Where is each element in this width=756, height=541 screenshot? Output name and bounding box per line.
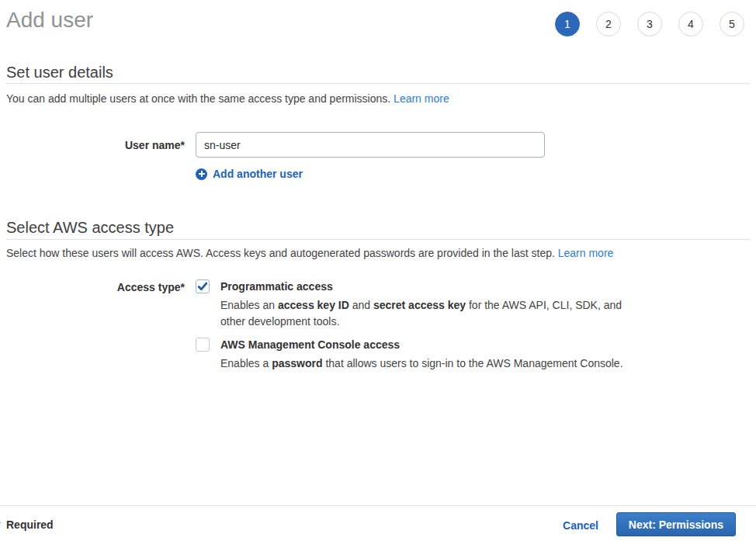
desc-bold: password xyxy=(272,357,322,369)
desc-text: and xyxy=(349,299,373,311)
desc-text: Enables an xyxy=(220,299,278,311)
user-details-intro: You can add multiple users at once with … xyxy=(6,92,449,105)
step-4: 4 xyxy=(678,12,703,36)
user-name-input[interactable] xyxy=(196,132,545,158)
desc-text: Enables a xyxy=(220,357,272,369)
section-divider xyxy=(6,83,750,84)
plus-circle-icon xyxy=(196,168,207,180)
add-another-user-button[interactable]: Add another user xyxy=(196,168,303,180)
step-5: 5 xyxy=(720,12,744,36)
footer-divider xyxy=(0,505,756,506)
checkbox-console-access[interactable] xyxy=(196,338,210,352)
next-permissions-button[interactable]: Next: Permissions xyxy=(616,512,736,536)
option-desc-console-access: Enables a password that allows users to … xyxy=(220,355,629,372)
checkmark-icon xyxy=(197,281,208,292)
section-heading-user-details: Set user details xyxy=(6,64,113,81)
required-label: Required xyxy=(6,518,54,531)
cancel-button[interactable]: Cancel xyxy=(563,519,598,532)
step-2: 2 xyxy=(596,12,621,36)
step-1: 1 xyxy=(555,12,580,36)
wizard-step-indicator: 1 2 3 4 5 xyxy=(555,12,744,36)
page-title: Add user xyxy=(6,8,93,33)
access-type-label: Access type* xyxy=(0,281,185,293)
desc-bold: access key ID xyxy=(278,299,349,311)
section-heading-access-type: Select AWS access type xyxy=(6,219,174,237)
desc-text: that allows users to sign-in to the AWS … xyxy=(323,357,623,369)
option-desc-programmatic-access: Enables an access key ID and secret acce… xyxy=(220,297,629,330)
user-details-intro-text: You can add multiple users at once with … xyxy=(6,92,390,105)
learn-more-link-access-type[interactable]: Learn more xyxy=(558,247,614,259)
desc-bold: secret access key xyxy=(373,299,466,311)
user-name-label: User name* xyxy=(0,139,185,151)
option-title-console-access[interactable]: AWS Management Console access xyxy=(220,338,400,351)
step-3: 3 xyxy=(637,12,662,36)
checkbox-programmatic-access[interactable] xyxy=(196,279,210,293)
add-another-user-label: Add another user xyxy=(213,168,303,180)
option-title-programmatic-access[interactable]: Programmatic access xyxy=(220,280,333,293)
learn-more-link-user-details[interactable]: Learn more xyxy=(394,92,449,105)
access-type-intro-text: Select how these users will access AWS. … xyxy=(6,247,555,259)
section-divider xyxy=(6,239,750,240)
access-type-intro: Select how these users will access AWS. … xyxy=(6,247,613,259)
